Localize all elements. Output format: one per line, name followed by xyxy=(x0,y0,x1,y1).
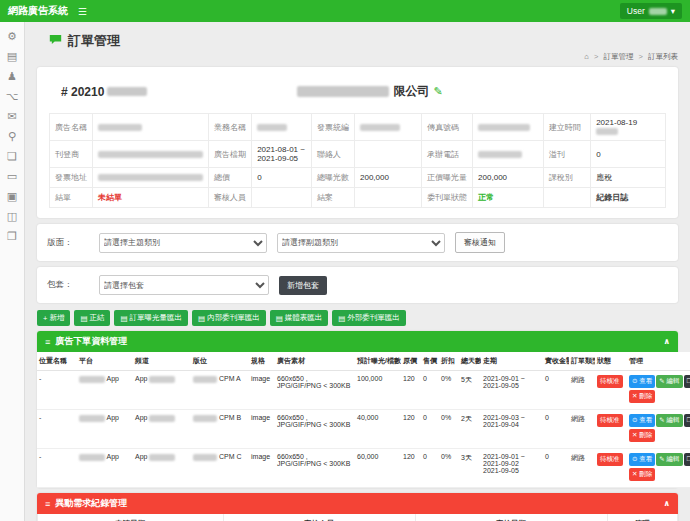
edit-button[interactable]: ✎ 編輯 xyxy=(656,414,682,427)
label-contact: 聯絡人 xyxy=(311,141,354,168)
view-button[interactable]: ⊙ 查看 xyxy=(629,414,655,427)
breadcrumb: ⌂ > 訂單管理 > 訂單列表 xyxy=(37,52,678,62)
label-ad-period: 廣告檔期 xyxy=(209,141,252,168)
collapse-icon[interactable]: ∧ xyxy=(664,499,671,508)
label-total-impressions: 總曝光數 xyxy=(311,168,354,188)
export-icon: ▤ xyxy=(120,314,127,323)
positive-closing-button[interactable]: ▤ 正結 xyxy=(74,310,110,326)
media-schedule-export-button[interactable]: ▤ 媒體表匯出 xyxy=(270,310,329,326)
edit-button[interactable]: ✎ 編輯 xyxy=(656,375,682,388)
label-ad-name: 廣告名稱 xyxy=(50,114,93,141)
list-icon: ≡ xyxy=(45,499,50,509)
value-total-price: 0 xyxy=(252,168,312,188)
package-filter-label: 包套： xyxy=(47,279,89,291)
breadcrumb-order-management[interactable]: 訂單管理 xyxy=(603,52,633,61)
internal-insertion-order-export-button[interactable]: ▤ 內部委刊單匯出 xyxy=(192,310,266,326)
list-icon: ≡ xyxy=(45,337,50,347)
value-created-time: 2021-08-19 xyxy=(591,114,666,141)
label-overrun: 溢刊 xyxy=(543,141,590,168)
order-detail-card: # 20210 限公司 ✎ 廣告名稱 業務名稱 xyxy=(37,67,678,218)
value-case-close xyxy=(355,188,422,208)
report-icon[interactable]: ❐ xyxy=(4,230,21,243)
search-icon[interactable]: ⚲ xyxy=(4,130,21,143)
company-name: 限公司 ✎ xyxy=(297,83,442,100)
label-tax-type: 課稅別 xyxy=(543,168,590,188)
gear-icon[interactable]: ⚙ xyxy=(4,30,21,43)
copy-button[interactable]: ❐ 複製 xyxy=(684,375,690,388)
order-impressions-export-button[interactable]: ▤ 訂單曝光量匯出 xyxy=(114,310,188,326)
label-reviewer: 審核人員 xyxy=(209,188,252,208)
topbar: 網路廣告系統 ☰ User ▾ xyxy=(0,0,690,22)
main-content: 訂單管理 ⌂ > 訂單管理 > 訂單列表 # 20210 限公司 ✎ xyxy=(25,22,690,521)
add-package-button[interactable]: 新增包套 xyxy=(279,276,327,295)
delete-button[interactable]: ✕ 刪除 xyxy=(629,429,655,442)
user-menu-button[interactable]: User ▾ xyxy=(620,3,682,19)
ad-table-row-2: - App App CPM B image 660x650 , JPG/GIF/… xyxy=(37,410,690,449)
brand-title: 網路廣告系統 xyxy=(8,4,68,18)
document-icon[interactable]: ❏ xyxy=(4,150,21,163)
sidebar: ⚙ ▤ ♟ ⌥ ✉ ⚲ ❏ ▭ ▣ ◫ ❐ xyxy=(0,22,25,521)
package-filter-panel: 包套： 請選擇包套 新增包套 xyxy=(37,267,678,303)
category-filter-label: 版面： xyxy=(47,237,89,249)
export-icon: ▤ xyxy=(80,314,87,323)
value-invoice-address xyxy=(93,168,209,188)
ad-table-header-row: 位置名稱 平台 頻道 版位 規格 廣告素材 預計曝光/檔數 原價 售價 折扣 總… xyxy=(37,352,690,371)
page-title: 訂單管理 xyxy=(49,32,678,50)
copy-button[interactable]: ❐ 複製 xyxy=(684,453,690,466)
value-publisher xyxy=(93,141,209,168)
category-filter-panel: 版面： 請選擇主題類別 請選擇副題類別 審核通知 xyxy=(37,224,678,261)
label-insertion-order-status: 委刊單狀態 xyxy=(422,188,473,208)
order-header: # 20210 限公司 ✎ xyxy=(49,83,666,100)
user-label: User xyxy=(627,6,645,16)
change-request-section-header: ≡ 異動需求紀錄管理 ∧ xyxy=(37,493,678,514)
label-invoice-tax-id: 發票統編 xyxy=(311,114,354,141)
image-icon[interactable]: ▣ xyxy=(4,190,21,203)
value-reviewer xyxy=(252,188,312,208)
view-button[interactable]: ⊙ 查看 xyxy=(629,375,655,388)
change-request-section: ≡ 異動需求紀錄管理 ∧ 申請日期 審核人員 審核日期 管理 xyxy=(37,493,678,521)
value-ad-name xyxy=(93,114,209,141)
info-row-3: 發票地址 總價 0 總曝光數 200,000 正價曝光量 200,000 課稅別… xyxy=(50,168,666,188)
label-created-time: 建立時間 xyxy=(543,114,590,141)
edit-company-pencil-icon[interactable]: ✎ xyxy=(433,85,442,98)
card-icon[interactable]: ▭ xyxy=(4,170,21,183)
user-icon[interactable]: ♟ xyxy=(4,70,21,83)
network-icon[interactable]: ◫ xyxy=(4,210,21,223)
export-toolbar: + 新增 ▤ 正結 ▤ 訂單曝光量匯出 ▤ 內部委刊單匯出 ▤ 媒體表匯出 ▤ … xyxy=(37,310,678,326)
value-sales-name xyxy=(252,114,312,141)
record-log-link[interactable]: 紀錄日誌 xyxy=(591,188,666,208)
row-actions: ⊙ 查看✎ 編輯❐ 複製✕ 刪除 xyxy=(627,410,690,449)
status-badge: 待核准 xyxy=(597,453,623,466)
delete-button[interactable]: ✕ 刪除 xyxy=(629,390,655,403)
info-row-2: 刊登商 廣告檔期 2021-08-01 ~ 2021-09-05 聯絡人 承辦電… xyxy=(50,141,666,168)
ad-order-section-header: ≡ 廣告下單資料管理 ∧ xyxy=(37,331,678,352)
edit-button[interactable]: ✎ 編輯 xyxy=(656,453,682,466)
label-paid-impressions: 正價曝光量 xyxy=(422,168,473,188)
copy-button[interactable]: ❐ 複製 xyxy=(684,414,690,427)
package-select[interactable]: 請選擇包套 xyxy=(99,275,269,295)
row-actions: ⊙ 查看✎ 編輯❐ 複製✕ 刪除 xyxy=(627,371,690,410)
view-button[interactable]: ⊙ 查看 xyxy=(629,453,655,466)
inbox-icon[interactable]: ✉ xyxy=(4,110,21,123)
review-notify-button[interactable]: 審核通知 xyxy=(455,232,505,253)
delete-button[interactable]: ✕ 刪除 xyxy=(629,468,655,481)
user-name-redacted xyxy=(649,8,667,15)
page-title-text: 訂單管理 xyxy=(68,32,120,50)
home-icon[interactable]: ⌂ xyxy=(584,52,589,61)
add-button[interactable]: + 新增 xyxy=(37,310,70,326)
hamburger-menu-icon[interactable]: ☰ xyxy=(78,6,87,17)
sitemap-icon[interactable]: ⌥ xyxy=(4,90,21,103)
order-info-table: 廣告名稱 業務名稱 發票統編 傳真號碼 建立時間 2021-08-19 刊登商 … xyxy=(49,113,666,208)
external-insertion-order-export-button[interactable]: ▤ 外部委刊單匯出 xyxy=(332,310,406,326)
orders-icon[interactable]: ▤ xyxy=(4,50,21,63)
value-insertion-order-status: 正常 xyxy=(473,188,544,208)
main-category-select[interactable]: 請選擇主題類別 xyxy=(99,233,267,253)
status-badge: 待核准 xyxy=(597,414,623,427)
label-closing: 結單 xyxy=(50,188,93,208)
sub-category-select[interactable]: 請選擇副題類別 xyxy=(277,233,445,253)
collapse-icon[interactable]: ∧ xyxy=(664,337,671,346)
company-name-redacted xyxy=(297,86,389,97)
value-fax xyxy=(473,114,544,141)
label-sales-name: 業務名稱 xyxy=(209,114,252,141)
export-icon: ▤ xyxy=(338,314,345,323)
